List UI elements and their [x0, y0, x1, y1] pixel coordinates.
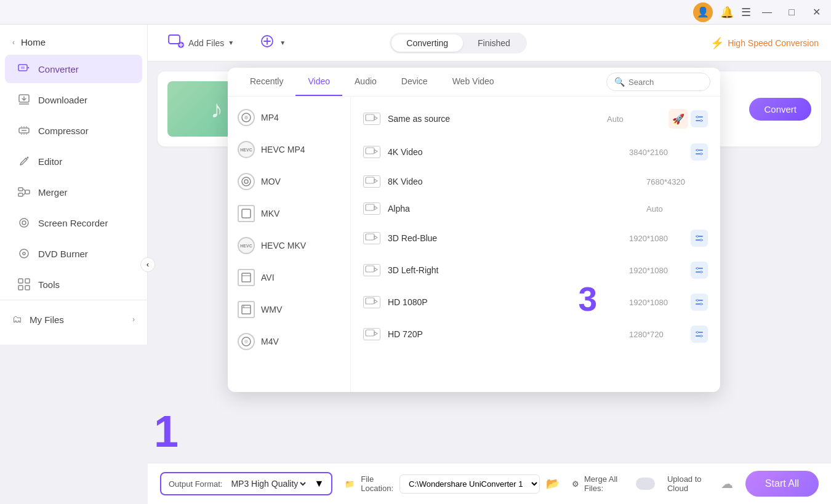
preset-settings-button[interactable] [691, 110, 708, 127]
sidebar-item-downloader[interactable]: Downloader [5, 86, 142, 114]
svg-point-37 [701, 120, 702, 122]
format-select-caret: ▼ [314, 478, 324, 489]
location-folder-icon[interactable]: 📂 [546, 477, 560, 490]
my-files-label: My Files [30, 314, 64, 325]
preset-3d-left-right-settings-button[interactable] [691, 262, 708, 279]
preset-3d-red-blue[interactable]: 3D Red-Blue 1920*1080 [351, 222, 720, 254]
format-mov[interactable]: MOV [228, 166, 350, 198]
lightning-icon: ⚡ [710, 36, 724, 50]
file-location-section: 📁 File Location: C:\Wondershare UniConve… [345, 474, 560, 494]
maximize-button[interactable]: □ [783, 4, 800, 21]
preset-3d-red-blue-icon [363, 232, 380, 244]
mp4-label: MP4 [261, 113, 279, 122]
format-tab-audio[interactable]: Audio [342, 68, 389, 96]
preset-8k-video[interactable]: 8K Video 7680*4320 [351, 168, 720, 195]
sidebar-home[interactable]: ‹ Home [0, 31, 147, 54]
sidebar-item-converter[interactable]: Converter [5, 55, 142, 83]
file-location-select[interactable]: C:\Wondershare UniConverter 1 [399, 474, 540, 494]
format-m4v[interactable]: M4V [228, 326, 350, 358]
mkv-icon [238, 205, 255, 222]
svg-point-48 [697, 236, 699, 238]
svg-point-36 [697, 116, 699, 118]
merge-files-label: Merge All Files: [584, 474, 631, 493]
chevron-left-icon: ‹ [12, 38, 15, 47]
preset-3d-left-right[interactable]: 3D Left-Right 1920*1080 [351, 254, 720, 286]
avi-icon [238, 269, 255, 286]
preset-hd-720p[interactable]: HD 720P 1280*720 [351, 318, 720, 350]
preset-3d-left-right-res: 1920*1080 [629, 266, 691, 275]
svg-point-24 [244, 180, 248, 183]
preset-hd-720p-icon [363, 328, 380, 340]
add-more-button[interactable]: ▼ [251, 28, 293, 58]
downloader-icon [17, 93, 31, 106]
convert-button[interactable]: Convert [749, 98, 811, 121]
preset-hd-1080p-settings-button[interactable] [691, 294, 708, 311]
svg-point-42 [701, 153, 702, 155]
cloud-icon[interactable]: ☁ [721, 476, 733, 491]
format-tab-device[interactable]: Device [389, 68, 440, 96]
mov-label: MOV [261, 177, 281, 186]
start-all-button[interactable]: Start All [745, 471, 819, 497]
tab-converting[interactable]: Converting [391, 34, 463, 52]
svg-rect-44 [366, 204, 374, 210]
format-avi[interactable]: AVI [228, 262, 350, 294]
merger-icon [17, 185, 31, 199]
add-files-button[interactable]: Add Files ▼ [160, 28, 241, 58]
preset-same-as-source[interactable]: Same as source Auto 🚀 [351, 102, 720, 136]
format-wmv[interactable]: WMV [228, 294, 350, 326]
svg-point-59 [701, 303, 702, 305]
user-avatar[interactable]: 👤 [693, 2, 713, 22]
merge-files-section: ⚙ Merge All Files: [572, 474, 655, 493]
preset-alpha[interactable]: Alpha Auto [351, 195, 720, 222]
sidebar-item-screen-recorder[interactable]: Screen Recorder [5, 209, 142, 237]
sidebar-dvd-burner-label: DVD Burner [38, 249, 88, 259]
minimize-button[interactable]: — [758, 4, 776, 21]
notifications-icon[interactable]: 🔔 [720, 6, 734, 19]
svg-rect-25 [242, 209, 251, 218]
preset-3d-left-right-icon [363, 264, 380, 276]
svg-point-23 [242, 177, 251, 186]
merge-toggle[interactable] [636, 478, 655, 490]
format-hevc-mp4[interactable]: HEVC HEVC MP4 [228, 134, 350, 166]
format-mp4[interactable]: MP4 [228, 102, 350, 134]
conversion-tab-switcher: Converting Finished [390, 33, 527, 54]
sidebar-item-merger[interactable]: Merger [5, 178, 142, 206]
sidebar-item-compressor[interactable]: Compressor [5, 116, 142, 145]
sidebar-item-tools[interactable]: Tools [5, 270, 142, 298]
tab-finished[interactable]: Finished [463, 34, 525, 52]
svg-point-13 [23, 252, 25, 255]
sidebar-converter-label: Converter [38, 64, 79, 74]
svg-point-22 [244, 116, 248, 119]
hevc-mkv-label: HEVC MKV [261, 241, 306, 250]
sidebar-myfiles[interactable]: 🗂 My Files › [0, 306, 147, 332]
output-format-select[interactable]: MP3 High Quality [228, 478, 308, 489]
search-input[interactable] [628, 78, 702, 87]
rocket-icon[interactable]: 🚀 [668, 109, 688, 129]
editor-icon [17, 154, 31, 168]
preset-alpha-name: Alpha [388, 204, 646, 214]
preset-alpha-res: Auto [646, 204, 708, 214]
hevc-mp4-icon: HEVC [238, 141, 255, 158]
preset-3d-red-blue-settings-button[interactable] [691, 230, 708, 247]
format-mkv[interactable]: MKV [228, 198, 350, 230]
format-tab-video[interactable]: Video [295, 68, 342, 96]
mkv-label: MKV [261, 209, 279, 218]
preset-hd-1080p[interactable]: HD 1080P 1920*1080 3 [351, 286, 720, 318]
format-search[interactable]: 🔍 [606, 73, 710, 91]
format-tab-recently[interactable]: Recently [238, 68, 295, 96]
format-tab-web-video[interactable]: Web Video [440, 68, 507, 96]
sidebar-item-editor[interactable]: Editor [5, 147, 142, 175]
preset-8k-res: 7680*4320 [646, 177, 708, 186]
preset-4k-video[interactable]: 4K Video 3840*2160 [351, 136, 720, 168]
add-more-icon [259, 33, 276, 54]
preset-4k-settings-button[interactable] [691, 143, 708, 161]
hamburger-menu-icon[interactable]: ☰ [741, 6, 751, 19]
svg-point-63 [697, 332, 699, 334]
high-speed-conversion[interactable]: ⚡ High Speed Conversion [710, 36, 819, 50]
preset-hd-720p-settings-button[interactable] [691, 326, 708, 343]
close-button[interactable]: ✕ [808, 4, 825, 21]
search-icon: 🔍 [614, 77, 625, 87]
sidebar-item-dvd-burner[interactable]: DVD Burner [5, 239, 142, 268]
compressor-icon [17, 124, 31, 137]
format-hevc-mkv[interactable]: HEVC HEVC MKV [228, 230, 350, 262]
